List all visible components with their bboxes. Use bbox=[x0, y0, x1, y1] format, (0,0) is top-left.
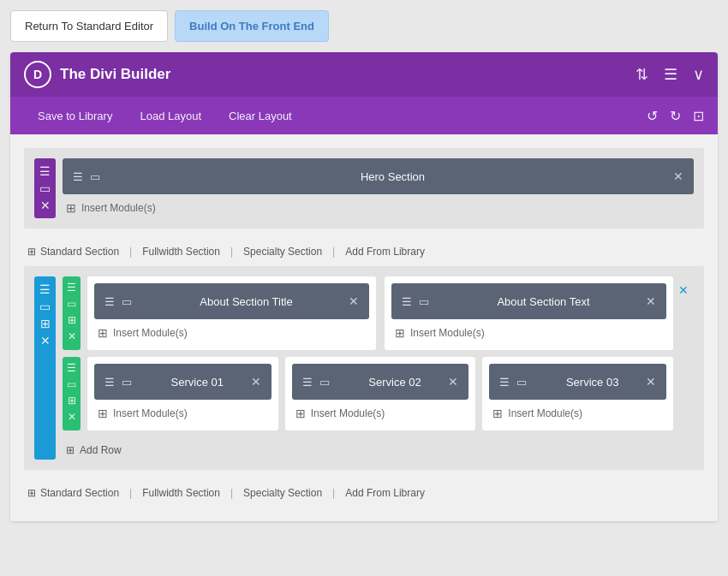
sep-5: | bbox=[230, 487, 233, 499]
builder-header: D The Divi Builder ⇅ ☰ ∨ bbox=[10, 52, 718, 97]
specialty-section-close-icon[interactable]: ✕ bbox=[678, 283, 689, 297]
logo-icon: D bbox=[24, 61, 51, 88]
row1-menu-icon[interactable]: ☰ bbox=[67, 282, 76, 294]
add-row-button[interactable]: ⊞ Add Row bbox=[63, 437, 673, 460]
hero-close-icon[interactable]: ✕ bbox=[40, 199, 51, 211]
svc03-plus-icon: ⊞ bbox=[492, 407, 503, 420]
row2-display-icon[interactable]: ▭ bbox=[67, 378, 76, 390]
section-footer-2: ⊞ Standard Section | Fullwidth Section |… bbox=[24, 478, 704, 508]
specialty-module-icon[interactable]: ▭ bbox=[39, 300, 51, 312]
menu-icon[interactable]: ☰ bbox=[664, 65, 677, 84]
col-service-02: ☰ ▭ Service 02 ✕ ⊞ Insert Module(s) bbox=[285, 357, 476, 431]
service-01-label: Service 01 bbox=[144, 376, 251, 389]
svc01-close[interactable]: ✕ bbox=[251, 375, 261, 389]
frontend-builder-button[interactable]: Build On The Front End bbox=[175, 10, 329, 42]
about-text-bar-icons: ☰ ▭ bbox=[402, 295, 429, 308]
row2-grid-icon[interactable]: ⊞ bbox=[68, 395, 76, 407]
hero-module-icon[interactable]: ▭ bbox=[39, 182, 51, 194]
sep-6: | bbox=[332, 487, 335, 499]
fullwidth-section-label-1: Fullwidth Section bbox=[142, 246, 220, 258]
sep-3: | bbox=[332, 246, 335, 258]
chevron-down-icon[interactable]: ∨ bbox=[693, 65, 704, 84]
specialty-grid-icon[interactable]: ⊞ bbox=[40, 318, 51, 330]
sep-1: | bbox=[129, 246, 132, 258]
specialty-outer-close: ✕ bbox=[673, 276, 694, 460]
fullwidth-section-label-2: Fullwidth Section bbox=[142, 487, 220, 499]
hero-section-label: Hero Section bbox=[112, 170, 673, 183]
hero-menu-icon[interactable]: ☰ bbox=[39, 165, 51, 177]
hero-close-btn[interactable]: ✕ bbox=[673, 169, 683, 183]
library-label-1: Add From Library bbox=[345, 246, 425, 258]
redo-icon[interactable]: ↻ bbox=[670, 108, 681, 124]
hero-insert-modules[interactable]: ⊞ Insert Module(s) bbox=[63, 194, 694, 218]
add-standard-section-1[interactable]: ⊞ Standard Section bbox=[27, 246, 119, 258]
service-03-bar[interactable]: ☰ ▭ Service 03 ✕ bbox=[489, 364, 666, 400]
sep-2: | bbox=[230, 246, 233, 258]
row1-grid-icon[interactable]: ⊞ bbox=[68, 314, 76, 326]
add-row-plus-icon: ⊞ bbox=[66, 444, 75, 456]
builder-body: ☰ ▭ ✕ ☰ ▭ Hero Section ✕ ⊞ bbox=[10, 134, 718, 521]
row2-menu-icon[interactable]: ☰ bbox=[67, 362, 76, 374]
col-about-text: ☰ ▭ About Section Text ✕ ⊞ Insert Modul bbox=[385, 276, 673, 350]
specialty-menu-icon[interactable]: ☰ bbox=[39, 283, 51, 295]
about-text-bar[interactable]: ☰ ▭ About Section Text ✕ bbox=[391, 283, 666, 319]
svc01-insert[interactable]: ⊞ Insert Module(s) bbox=[94, 400, 272, 424]
svc02-plus-icon: ⊞ bbox=[295, 407, 306, 420]
row2-close-icon[interactable]: ✕ bbox=[68, 411, 76, 423]
plus-icon-2: ⊞ bbox=[27, 487, 36, 499]
about-text-close[interactable]: ✕ bbox=[646, 294, 656, 308]
svc03-insert[interactable]: ⊞ Insert Module(s) bbox=[489, 400, 666, 424]
specialty-close-icon[interactable]: ✕ bbox=[40, 335, 51, 347]
about-title-bar[interactable]: ☰ ▭ About Section Title ✕ bbox=[94, 283, 369, 319]
save-library-button[interactable]: Save to Library bbox=[24, 110, 126, 122]
col-service-03: ☰ ▭ Service 03 ✕ ⊞ Insert Module(s) bbox=[482, 357, 673, 431]
row1-close-icon[interactable]: ✕ bbox=[68, 330, 76, 342]
add-specialty-section-1[interactable]: Specialty Section bbox=[243, 246, 322, 258]
svc02-bar-icons: ☰ ▭ bbox=[302, 376, 330, 389]
builder-title: The Divi Builder bbox=[60, 66, 170, 83]
specialty-section-label-1: Specialty Section bbox=[243, 246, 322, 258]
col-about-title: ☰ ▭ About Section Title ✕ ⊞ Insert Modu bbox=[87, 276, 376, 350]
specialty-section-wrapper: ☰ ▭ ⊞ ✕ ☰ ▭ ⊞ ✕ bbox=[34, 276, 694, 460]
specialty-section-content: ☰ ▭ ⊞ ✕ ☰ ▭ bbox=[63, 276, 673, 460]
add-specialty-section-2[interactable]: Specialty Section bbox=[243, 487, 322, 499]
row1-display-icon[interactable]: ▭ bbox=[67, 298, 76, 310]
svc03-close[interactable]: ✕ bbox=[646, 375, 656, 389]
header-icons: ⇅ ☰ ∨ bbox=[636, 65, 704, 84]
specialty-section-label-2: Specialty Section bbox=[243, 487, 322, 499]
add-fullwidth-section-2[interactable]: Fullwidth Section bbox=[142, 487, 220, 499]
undo-icon[interactable]: ↺ bbox=[647, 108, 658, 124]
hero-bar-display-icon: ▭ bbox=[90, 170, 100, 183]
standard-editor-button[interactable]: Return To Standard Editor bbox=[10, 10, 168, 42]
about-text-insert[interactable]: ⊞ Insert Module(s) bbox=[391, 319, 666, 343]
svc03-insert-label: Insert Module(s) bbox=[508, 407, 582, 419]
hero-insert-label: Insert Module(s) bbox=[81, 202, 156, 214]
add-from-library-1[interactable]: Add From Library bbox=[345, 246, 425, 258]
about-title-close[interactable]: ✕ bbox=[349, 294, 359, 308]
svc01-menu-icon: ☰ bbox=[104, 376, 115, 389]
load-layout-button[interactable]: Load Layout bbox=[126, 110, 215, 122]
divi-builder: D The Divi Builder ⇅ ☰ ∨ Save to Library… bbox=[10, 52, 718, 521]
svc02-insert[interactable]: ⊞ Insert Module(s) bbox=[292, 400, 469, 424]
sort-icon[interactable]: ⇅ bbox=[636, 65, 648, 84]
about-title-insert[interactable]: ⊞ Insert Module(s) bbox=[94, 319, 369, 343]
clear-layout-button[interactable]: Clear Layout bbox=[215, 110, 306, 122]
service-02-label: Service 02 bbox=[342, 376, 449, 389]
section-footer-1: ⊞ Standard Section | Fullwidth Section |… bbox=[24, 237, 704, 266]
svc01-plus-icon: ⊞ bbox=[98, 407, 108, 420]
svc01-bar-icons: ☰ ▭ bbox=[104, 376, 132, 389]
standard-section-label-1: Standard Section bbox=[40, 246, 119, 258]
add-standard-section-2[interactable]: ⊞ Standard Section bbox=[27, 487, 119, 499]
row-2-content: ☰ ▭ Service 01 ✕ ⊞ Insert Module(s) bbox=[87, 357, 673, 431]
row-2-wrapper: ☰ ▭ ⊞ ✕ ☰ ▭ bbox=[63, 357, 673, 431]
hero-section-wrapper: ☰ ▭ ✕ ☰ ▭ Hero Section ✕ ⊞ bbox=[34, 158, 694, 218]
library-label-2: Add From Library bbox=[345, 487, 425, 499]
history-icon[interactable]: ⊡ bbox=[693, 108, 704, 124]
svc02-insert-label: Insert Module(s) bbox=[311, 407, 385, 419]
svc02-close[interactable]: ✕ bbox=[448, 375, 458, 389]
add-from-library-2[interactable]: Add From Library bbox=[345, 487, 425, 499]
service-02-bar[interactable]: ☰ ▭ Service 02 ✕ bbox=[292, 364, 469, 400]
service-01-bar[interactable]: ☰ ▭ Service 01 ✕ bbox=[94, 364, 272, 400]
add-fullwidth-section-1[interactable]: Fullwidth Section bbox=[142, 246, 220, 258]
hero-module-bar[interactable]: ☰ ▭ Hero Section ✕ bbox=[63, 158, 694, 194]
